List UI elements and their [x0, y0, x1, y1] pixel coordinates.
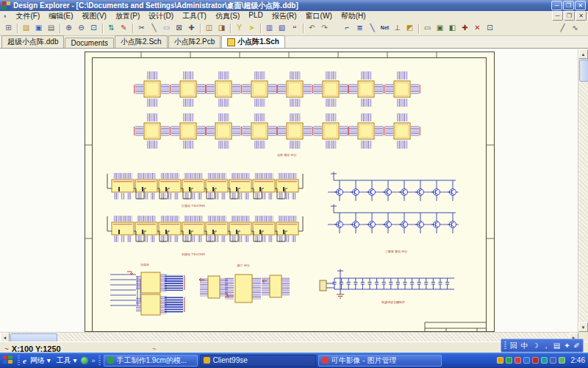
- menu-item-5[interactable]: 工具(T): [178, 11, 211, 21]
- menu-item-0[interactable]: 文件(F): [11, 11, 44, 21]
- polyline-button[interactable]: ╲: [148, 22, 160, 34]
- pointer-button[interactable]: ➤: [245, 22, 258, 34]
- dot-matrix-modules[interactable]: [134, 71, 420, 149]
- ime-user-icon[interactable]: ✦: [564, 340, 570, 351]
- quick-launch-menu-1[interactable]: 工具 ▾: [57, 355, 77, 366]
- internet-explorer-icon[interactable]: e: [23, 356, 26, 365]
- place-port-button[interactable]: ◧: [446, 22, 459, 34]
- hierarchy-updown-button[interactable]: ⇅: [105, 22, 118, 34]
- dxp-arrow-icon[interactable]: ◗: [3, 13, 7, 20]
- menu-item-9[interactable]: 窗口(W): [301, 11, 337, 21]
- tray-icon-6[interactable]: [550, 357, 556, 364]
- place-sheet-symbol-button[interactable]: ▭: [421, 22, 434, 34]
- taskbar-task-1[interactable]: Client99se: [200, 355, 316, 367]
- restore-button[interactable]: ❐: [564, 11, 575, 21]
- menu-item-4[interactable]: 设计(D): [144, 11, 178, 21]
- interface-ics[interactable]: [199, 275, 290, 302]
- schematic-sheet[interactable]: 点阵 模块 部分 行驱动 74HC595 列驱动 74HC595: [85, 52, 495, 332]
- place-no-erc-button[interactable]: ✕: [471, 22, 484, 34]
- close-button[interactable]: ✕: [575, 1, 586, 10]
- tray-icon-3[interactable]: [523, 357, 530, 364]
- tray-icon-7[interactable]: [559, 357, 565, 364]
- zoom-area-button[interactable]: ⊡: [87, 22, 100, 34]
- close-button[interactable]: ✕: [576, 11, 587, 21]
- place-junction-button[interactable]: ✚: [459, 22, 471, 34]
- transistor-row-1[interactable]: [328, 172, 459, 202]
- driver-row-1[interactable]: [107, 173, 303, 199]
- capacitor-chain[interactable]: [320, 269, 454, 299]
- schematic-canvas[interactable]: 点阵 模块 部分 行驱动 74HC595 列驱动 74HC595: [85, 52, 495, 332]
- ime-soft-keyboard-icon[interactable]: ▤: [553, 340, 560, 351]
- quick-launch-app-icon[interactable]: [81, 357, 88, 364]
- tab-2[interactable]: 小点阵2.Sch: [115, 35, 168, 48]
- book-edit-button[interactable]: ▧: [276, 22, 288, 34]
- cut-button[interactable]: ✂: [135, 22, 148, 34]
- place-net-label-button[interactable]: Net: [379, 22, 391, 34]
- scroll-up-button[interactable]: ▲: [578, 49, 588, 59]
- move-selection-button[interactable]: ✚: [185, 22, 198, 34]
- scroll-down-button[interactable]: ▼: [578, 322, 588, 332]
- start-button[interactable]: [3, 355, 13, 365]
- tray-icon-4[interactable]: [532, 357, 539, 364]
- taskbar-task-2[interactable]: 可牛影像 - 图片管理: [318, 355, 442, 367]
- draw-line-button[interactable]: ╱: [556, 22, 569, 34]
- redo-button[interactable]: ↷: [318, 22, 331, 34]
- deselect-button[interactable]: ⊠: [173, 22, 185, 34]
- quick-launch-menu-0[interactable]: 网络 ▾: [30, 355, 51, 366]
- explorer-panel-button[interactable]: ⊞: [2, 22, 15, 34]
- place-part-button[interactable]: ◩: [404, 22, 416, 34]
- horizontal-scrollbar[interactable]: ◄ ►: [0, 332, 578, 342]
- edit-item-button[interactable]: ✎: [118, 22, 130, 34]
- restore-button[interactable]: ❐: [563, 1, 574, 10]
- scroll-left-button[interactable]: ◄: [0, 333, 10, 342]
- vertical-scrollbar[interactable]: ▲ ▼: [578, 49, 588, 332]
- language-bar-grip[interactable]: [504, 342, 506, 350]
- tray-icon-0[interactable]: [497, 357, 503, 364]
- vertical-scroll-thumb[interactable]: [579, 60, 588, 82]
- menu-item-3[interactable]: 放置(P): [111, 11, 144, 21]
- ime-logo-icon[interactable]: 回: [510, 340, 517, 351]
- undo-button[interactable]: ↶: [306, 22, 318, 34]
- filter-button[interactable]: Y: [233, 22, 245, 34]
- menu-item-7[interactable]: PLD: [244, 11, 267, 21]
- book-view-button[interactable]: ▥: [263, 22, 276, 34]
- ime-tools-icon[interactable]: ✐: [574, 340, 580, 351]
- place-power-port-button[interactable]: ⊥: [391, 22, 404, 34]
- splitter-block[interactable]: [110, 272, 184, 315]
- schematic-editor-area[interactable]: 点阵 模块 部分 行驱动 74HC595 列驱动 74HC595: [0, 49, 588, 342]
- taskbar-task-0[interactable]: 手工制作1.9cm的模...: [104, 355, 198, 367]
- save-document-button[interactable]: ▣: [32, 22, 45, 34]
- open-document-button[interactable]: ▨: [20, 22, 32, 34]
- tray-icon-5[interactable]: [541, 357, 548, 364]
- tab-1[interactable]: Documents: [65, 38, 114, 48]
- tab-4[interactable]: 小点阵1.Sch: [221, 35, 285, 48]
- menu-item-1[interactable]: 编辑(E): [44, 11, 77, 21]
- place-text-frame-button[interactable]: ⊡: [484, 22, 496, 34]
- place-sheet-entry-button[interactable]: ▣: [434, 22, 446, 34]
- select-area-button[interactable]: ▭: [160, 22, 173, 34]
- print-button[interactable]: ▤: [45, 22, 57, 34]
- minimize-button[interactable]: ─: [551, 1, 562, 10]
- zoom-in-button[interactable]: ⊕: [62, 22, 75, 34]
- tray-icon-2[interactable]: [514, 357, 521, 364]
- ime-punctuation-icon[interactable]: ，: [542, 340, 550, 351]
- quick-launch-overflow[interactable]: »: [92, 357, 96, 364]
- tab-0[interactable]: 超级小点阵.ddb: [1, 35, 64, 48]
- renumber-button[interactable]: ¹²: [288, 22, 301, 34]
- transistor-row-2[interactable]: [328, 205, 459, 234]
- horizontal-scroll-thumb[interactable]: [10, 333, 57, 342]
- tab-3[interactable]: 小点阵2.Pcb: [168, 35, 221, 48]
- browse-library-button[interactable]: ◫: [203, 22, 215, 34]
- tray-icon-1[interactable]: [506, 357, 512, 364]
- ime-chinese-mode-icon[interactable]: 中: [521, 340, 528, 351]
- place-bus-entry-button[interactable]: ╲: [366, 22, 379, 34]
- minimize-button[interactable]: ─: [552, 11, 563, 21]
- menu-item-6[interactable]: 仿真(S): [211, 11, 244, 21]
- place-wire-button[interactable]: ⌐: [341, 22, 354, 34]
- menu-item-2[interactable]: 视图(V): [78, 11, 111, 21]
- menu-item-10[interactable]: 帮助(H): [337, 11, 370, 21]
- edit-library-button[interactable]: ◨: [215, 22, 228, 34]
- driver-row-2[interactable]: [107, 216, 303, 242]
- menu-item-8[interactable]: 报告(R): [268, 11, 301, 21]
- draw-signal-button[interactable]: ∿: [569, 22, 581, 34]
